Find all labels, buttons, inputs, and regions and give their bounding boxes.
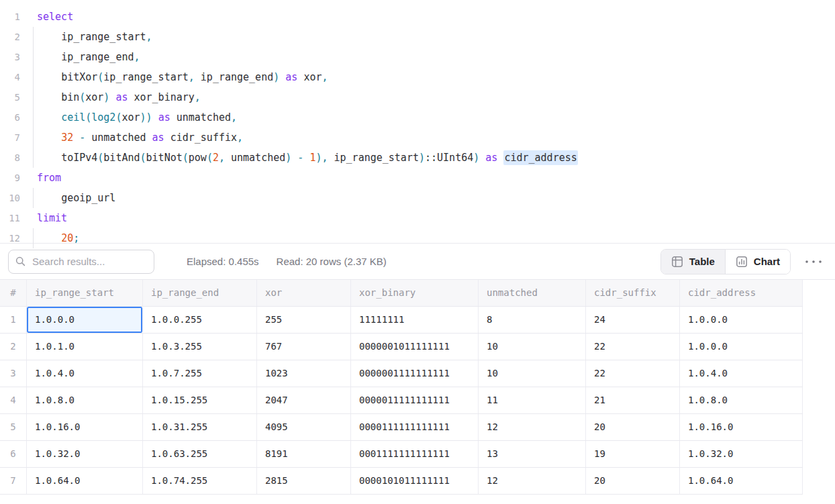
table-row: 31.0.4.01.0.7.25510230000001111111111102… [0,360,803,387]
table-row: 51.0.16.01.0.31.255409500001111111111111… [0,414,803,441]
code-line[interactable]: 6 ceil(log2(xor)) as unmatched, [0,107,835,128]
code-line[interactable]: 1select [0,7,835,27]
code-line[interactable]: 4 bitXor(ip_range_start, ip_range_end) a… [0,67,835,87]
code-token [37,152,61,164]
chart-view-button[interactable]: Chart [725,250,790,274]
table-cell[interactable]: 10 [479,334,586,360]
table-cell[interactable]: 1.0.0.255 [143,307,257,333]
table-cell[interactable]: 1.0.32.0 [680,441,803,467]
table-cell[interactable]: 1.0.31.255 [143,414,257,440]
code-token: 2 [213,152,219,164]
table-cell[interactable]: 1.0.7.255 [143,360,257,387]
table-cell[interactable]: 1.0.16.0 [680,414,803,440]
column-header-xor_binary[interactable]: xor_binary [351,280,479,306]
table-cell[interactable]: 10 [479,360,586,387]
table-cell[interactable]: 1.0.16.0 [27,414,143,440]
table-cell[interactable]: 767 [257,334,351,360]
line-number: 6 [0,107,20,128]
table-cell[interactable]: 0000101011111111 [351,468,479,494]
column-header-ip_range_end[interactable]: ip_range_end [143,280,257,306]
table-cell[interactable]: 11111111 [351,307,479,333]
code-token [225,152,231,164]
table-cell[interactable]: 12 [479,414,586,440]
search-results-box[interactable] [8,250,154,274]
code-token: unmatched [91,132,146,144]
table-cell[interactable]: 22 [586,334,680,360]
code-line[interactable]: 9from [0,168,835,188]
code-token: 20 [61,232,73,244]
table-cell[interactable]: 2815 [257,468,351,494]
table-cell[interactable]: 1.0.4.0 [680,360,803,387]
table-cell[interactable]: 20 [586,414,680,440]
code-token [85,132,91,144]
code-line[interactable]: 2 ip_range_start, [0,27,835,47]
code-line[interactable]: 11limit [0,208,835,228]
table-cell[interactable]: 255 [257,307,351,333]
results-toolbar: Elapsed: 0.455s Read: 20 rows (2.37 KB) … [0,243,835,280]
table-cell[interactable]: 1.0.0.0 [680,334,803,360]
table-cell[interactable]: 0000111111111111 [351,414,479,440]
code-token: ) [273,71,279,83]
table-cell[interactable]: 1.0.64.0 [680,468,803,494]
code-line[interactable]: 5 bin(xor) as xor_binary, [0,87,835,107]
code-line[interactable]: 7 32 - unmatched as cidr_suffix, [0,128,835,148]
code-token [37,232,61,244]
table-cell[interactable]: 13 [479,441,586,467]
code-line[interactable]: 8 toIPv4(bitAnd(bitNot(pow(2, unmatched)… [0,148,835,168]
table-cell[interactable]: 19 [586,441,680,467]
column-header-cidr_address[interactable]: cidr_address [680,280,803,306]
code-line[interactable]: 10 geoip_url [0,188,835,208]
table-cell[interactable]: 24 [586,307,680,333]
table-cell[interactable]: 11 [479,387,586,413]
table-cell[interactable]: 1.0.3.255 [143,334,257,360]
table-cell[interactable]: 22 [586,360,680,387]
table-cell[interactable]: 1.0.64.0 [27,468,143,494]
code-token: toIPv4 [61,152,97,164]
code-token: bitAnd [103,152,140,164]
table-cell[interactable]: 1.0.74.255 [143,468,257,494]
table-cell[interactable]: 1.0.1.0 [27,334,143,360]
table-cell[interactable]: 1.0.8.0 [680,387,803,413]
table-row: 41.0.8.01.0.15.2552047000001111111111111… [0,387,803,414]
line-number: 10 [0,188,20,208]
code-token: , [219,152,225,164]
table-cell[interactable]: 1.0.4.0 [27,360,143,387]
code-token [37,31,61,43]
table-cell[interactable]: 4095 [257,414,351,440]
table-cell[interactable]: 1.0.63.255 [143,441,257,467]
code-content: 20; [33,228,835,248]
code-content: toIPv4(bitAnd(bitNot(pow(2, unmatched) -… [33,148,835,168]
table-cell[interactable]: 2047 [257,387,351,413]
table-cell[interactable]: 0000001111111111 [351,360,479,387]
column-header-cidr_suffix[interactable]: cidr_suffix [586,280,680,306]
code-line[interactable]: 3 ip_range_end, [0,47,835,67]
code-token: geoip_url [61,192,115,204]
table-cell[interactable]: 8 [479,307,586,333]
table-cell[interactable]: 1.0.15.255 [143,387,257,413]
search-results-input[interactable] [31,255,147,268]
line-number: 9 [0,168,20,188]
code-editor[interactable]: 1select2 ip_range_start,3 ip_range_end,4… [0,0,835,243]
code-token: ceil [61,111,85,123]
table-cell[interactable]: 0000011111111111 [351,387,479,413]
column-header-ip_range_start[interactable]: ip_range_start [27,280,143,306]
code-line[interactable]: 12 20; [0,228,835,248]
table-cell[interactable]: 12 [479,468,586,494]
table-cell[interactable]: 21 [586,387,680,413]
column-header-xor[interactable]: xor [257,280,351,306]
table-cell[interactable]: 8191 [257,441,351,467]
table-cell[interactable]: 1.0.32.0 [27,441,143,467]
more-options-button[interactable] [801,255,826,268]
table-cell[interactable]: 0000001011111111 [351,334,479,360]
code-token: , [146,31,152,43]
selected-table-cell[interactable]: 1.0.0.0 [27,307,143,333]
table-cell[interactable]: 1023 [257,360,351,387]
table-cell[interactable]: 1.0.8.0 [27,387,143,413]
table-cell[interactable]: 20 [586,468,680,494]
chart-view-label: Chart [754,256,780,267]
table-cell[interactable]: 0001111111111111 [351,441,479,467]
code-token: ip_range_start [61,31,146,43]
column-header-unmatched[interactable]: unmatched [479,280,586,306]
table-cell[interactable]: 1.0.0.0 [680,307,803,333]
table-view-button[interactable]: Table [661,250,725,274]
